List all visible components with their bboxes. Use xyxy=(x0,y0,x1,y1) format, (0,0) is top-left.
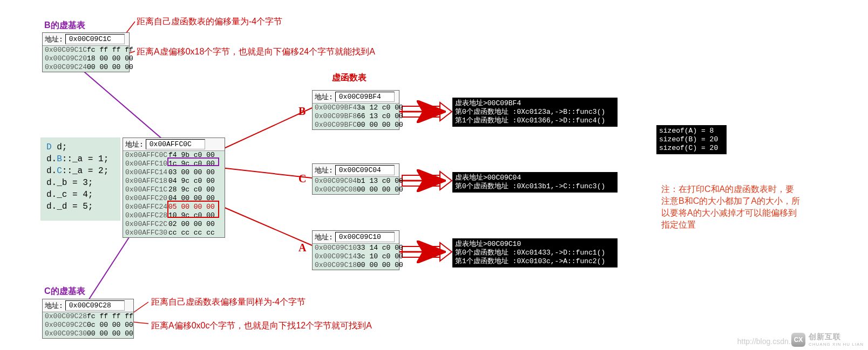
mem-row: 0x00AFFC1C28 9c c0 00 xyxy=(123,186,225,194)
vft-b-addr[interactable]: 0x00C09BF4 xyxy=(335,92,395,102)
mem-row: 0x00AFFC2004 00 00 00 xyxy=(123,194,225,203)
mem-row: 0x00C09C1800 00 00 00 xyxy=(313,261,399,270)
d-mem-addr[interactable]: 0x00AFFC0C xyxy=(146,139,205,149)
addr-label: 地址: xyxy=(125,140,144,149)
b-vbase-title: B的虚基表 xyxy=(44,20,85,31)
mem-row: 0x00C09C3000 00 00 00 xyxy=(43,330,133,338)
mem-row: 0x00C09C04b1 13 c0 00 xyxy=(313,177,399,186)
mem-row: 0x00C09C0800 00 00 00 xyxy=(313,186,399,194)
mem-row: 0x00C09C1Cfc ff ff ff xyxy=(43,46,129,54)
mem-row: 0x00C09BFC00 00 00 00 xyxy=(313,121,399,129)
addr-label: 地址: xyxy=(315,92,333,102)
console-b: 虚表地址>00C09BF4 第0个虚函数地址 :0Xc0123a,->B::fu… xyxy=(452,98,618,127)
svg-line-18 xyxy=(132,302,148,313)
vftable-title: 虚函数表 xyxy=(332,72,367,84)
vft-a-addr[interactable]: 0x00C09C10 xyxy=(335,232,395,242)
svg-line-5 xyxy=(216,167,312,178)
mem-row: 0x00C09C143c 10 c0 00 xyxy=(313,252,399,261)
mem-row: 0x00AFFC101c 9c c0 00 xyxy=(123,160,225,168)
mem-row: 0x00C09BF43a 12 c0 00 xyxy=(313,104,399,112)
vft-a-table: 地址: 0x00C09C10 0x00C09C1033 14 c0 000x00… xyxy=(312,230,399,270)
console-a: 虚表地址>00C09C10 第0个虚函数地址 :0Xc01433,->D::fu… xyxy=(452,238,618,267)
mem-row: 0x00AFFC2810 9c c0 00 xyxy=(123,211,225,220)
letter-c: C xyxy=(299,173,306,185)
mem-row: 0x00AFFC30cc cc cc cc xyxy=(123,229,225,237)
addr-label: 地址: xyxy=(45,35,63,44)
mem-row: 0x00AFFC1403 00 00 00 xyxy=(123,168,225,177)
svg-line-6 xyxy=(216,204,312,245)
d-mem-table: 地址: 0x00AFFC0C 0x00AFFC0Cf4 9b c0 000x00… xyxy=(123,138,225,238)
mem-row: 0x00C09C28fc ff ff ff xyxy=(43,312,133,321)
letter-a: A xyxy=(299,242,306,254)
c-off-self-text: 距离自己虚函数表偏移量同样为-4个字节 xyxy=(151,297,306,308)
mem-row: 0x00AFFC0Cf4 9b c0 00 xyxy=(123,151,225,160)
svg-marker-13 xyxy=(440,102,452,121)
svg-marker-15 xyxy=(440,171,452,190)
mem-row: 0x00C09C2400 00 00 00 xyxy=(43,63,129,72)
vft-c-addr[interactable]: 0x00C09C04 xyxy=(335,165,395,175)
c-vbase-table: 地址: 0x00C09C28 0x00C09C28fc ff ff ff0x00… xyxy=(42,299,134,339)
mem-row: 0x00C09BF866 13 c0 00 xyxy=(313,112,399,121)
mem-row: 0x00AFFC1804 9c c0 00 xyxy=(123,177,225,186)
b-vbase-addr[interactable]: 0x00C09C1C xyxy=(65,34,125,44)
note-text: 注：在打印C和A的虚函数表时，要注意B和C的大小都加了A的大小，所以要将A的大小… xyxy=(661,183,802,231)
logo-mark: CX xyxy=(791,333,805,347)
logo: CX 创新互联 CHUANG XIN HU LIAN xyxy=(791,332,864,347)
b-off-self-text: 距离自己虚函数表的偏移量为-4个字节 xyxy=(137,16,282,28)
code-block: D d; d.B::_a = 1; d.C::_a = 2; d._b = 3;… xyxy=(40,138,120,221)
svg-rect-16 xyxy=(402,246,440,257)
vft-b-table: 地址: 0x00C09BF4 0x00C09BF43a 12 c0 000x00… xyxy=(312,90,399,130)
vft-c-table: 地址: 0x00C09C04 0x00C09C04b1 13 c0 000x00… xyxy=(312,163,399,195)
addr-label: 地址: xyxy=(315,166,333,175)
letter-b: B xyxy=(299,105,306,118)
svg-line-4 xyxy=(216,108,312,152)
console-c: 虚表地址>00C09C04 第0个虚函数地址 :0Xc013b1,->C::fu… xyxy=(452,172,618,193)
b-vbase-table: 地址: 0x00C09C1C 0x00C09C1Cfc ff ff ff0x00… xyxy=(42,32,130,72)
mem-row: 0x00AFFC2C02 00 00 00 xyxy=(123,220,225,229)
mem-row: 0x00AFFC2405 00 00 00 xyxy=(123,203,225,211)
mem-row: 0x00C09C2018 00 00 00 xyxy=(43,54,129,63)
mem-row: 0x00C09C1033 14 c0 00 xyxy=(313,244,399,252)
mem-row: 0x00C09C2C0c 00 00 00 xyxy=(43,321,133,330)
b-off-a-text: 距离A虚偏移0x18个字节，也就是向下偏移24个字节就能找到A xyxy=(137,46,375,58)
addr-label: 地址: xyxy=(315,232,333,242)
c-vbase-title: C的虚基表 xyxy=(44,286,85,297)
addr-label: 地址: xyxy=(45,301,63,311)
c-vbase-addr[interactable]: 0x00C09C28 xyxy=(65,300,125,311)
svg-marker-17 xyxy=(440,243,452,261)
svg-rect-12 xyxy=(402,106,440,117)
svg-line-19 xyxy=(132,322,148,324)
svg-rect-14 xyxy=(402,175,440,186)
console-sizeof: sizeof(A) = 8 sizeof(B) = 20 sizeof(C) =… xyxy=(656,125,727,154)
c-off-a-text: 距离A偏移0x0c个字节，也就是向下找12个字节就可找到A xyxy=(151,320,372,332)
